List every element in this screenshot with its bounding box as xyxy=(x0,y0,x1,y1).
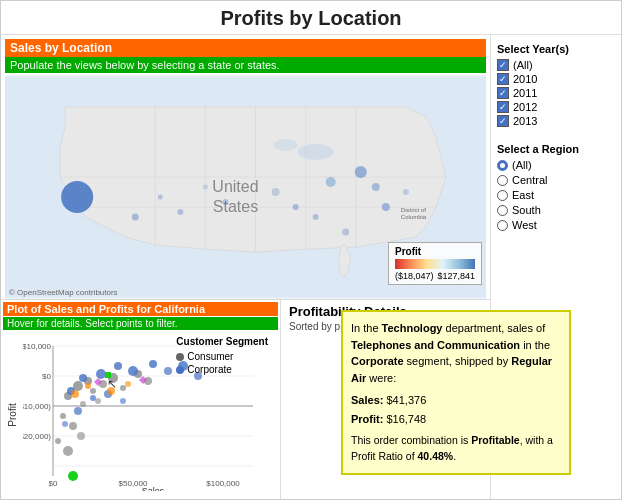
svg-text:$0: $0 xyxy=(49,479,58,488)
region-all-radio[interactable] xyxy=(497,160,508,171)
region-all[interactable]: (All) xyxy=(497,159,615,171)
svg-point-76 xyxy=(71,390,79,398)
year-2011-label: 2011 xyxy=(513,87,537,99)
region-east-radio[interactable] xyxy=(497,190,508,201)
svg-point-14 xyxy=(372,183,380,191)
svg-point-63 xyxy=(114,362,122,370)
svg-point-55 xyxy=(60,413,66,419)
region-south-radio[interactable] xyxy=(497,205,508,216)
segment-consumer: Consumer xyxy=(176,351,268,362)
region-south[interactable]: South xyxy=(497,204,615,216)
svg-point-73 xyxy=(62,421,68,427)
svg-point-15 xyxy=(326,177,336,187)
y-axis-label: Profit xyxy=(7,403,18,426)
profitability-panel: Profitability Details Sorted by profit, … xyxy=(281,300,490,499)
page-title: Profits by Location xyxy=(1,1,621,35)
year-selector: Select Year(s) ✓ (All) ✓ 2010 ✓ 2011 ✓ 2… xyxy=(497,43,615,129)
legend-max: $127,841 xyxy=(437,271,475,281)
legend-title: Profit xyxy=(395,246,475,257)
tooltip-profit-label: Profit: xyxy=(351,413,383,425)
svg-point-22 xyxy=(222,199,228,205)
svg-point-71 xyxy=(120,398,126,404)
year-2010[interactable]: ✓ 2010 xyxy=(497,73,615,85)
svg-text:District of: District of xyxy=(401,207,426,213)
svg-point-79 xyxy=(125,381,131,387)
svg-point-1 xyxy=(298,144,334,160)
corporate-label: Corporate xyxy=(187,364,231,375)
svg-point-26 xyxy=(132,214,139,221)
svg-point-69 xyxy=(90,395,96,401)
region-west-radio[interactable] xyxy=(497,220,508,231)
year-2011[interactable]: ✓ 2011 xyxy=(497,87,615,99)
year-2012[interactable]: ✓ 2012 xyxy=(497,101,615,113)
svg-point-18 xyxy=(313,214,319,220)
svg-point-59 xyxy=(55,438,61,444)
consumer-dot xyxy=(176,353,184,361)
svg-text:↖: ↖ xyxy=(107,377,117,391)
segment-legend: Customer Segment Consumer Corporate xyxy=(176,336,268,375)
region-east[interactable]: East xyxy=(497,189,615,201)
svg-point-66 xyxy=(164,367,172,375)
region-east-label: East xyxy=(512,189,534,201)
svg-point-53 xyxy=(80,401,86,407)
region-all-label: (All) xyxy=(512,159,532,171)
tooltip-sales-label: Sales: xyxy=(351,394,383,406)
svg-text:United: United xyxy=(212,177,258,195)
year-all[interactable]: ✓ (All) xyxy=(497,59,615,71)
svg-point-24 xyxy=(177,209,183,215)
svg-point-77 xyxy=(85,383,91,389)
scatter-panel: Plot of Sales and Profits for California… xyxy=(1,300,281,499)
year-2013[interactable]: ✓ 2013 xyxy=(497,115,615,127)
left-panel: Sales by Location Populate the views bel… xyxy=(1,35,491,499)
scatter-instruction: Hover for details. Select points to filt… xyxy=(3,317,278,330)
content-area: Sales by Location Populate the views bel… xyxy=(1,35,621,499)
tooltip-profitable: This order combination is Profitable, wi… xyxy=(351,433,561,465)
year-2010-checkbox[interactable]: ✓ xyxy=(497,73,509,85)
year-2013-checkbox[interactable]: ✓ xyxy=(497,115,509,127)
map-area[interactable]: United States xyxy=(5,75,486,299)
year-all-checkbox[interactable]: ✓ xyxy=(497,59,509,71)
tooltip-box: In the Technology department, sales of T… xyxy=(341,310,571,475)
svg-point-72 xyxy=(74,407,82,415)
tooltip-segment: Corporate xyxy=(351,355,404,367)
svg-point-61 xyxy=(79,374,87,382)
svg-point-17 xyxy=(272,188,280,196)
region-selector: Select a Region (All) Central East South xyxy=(497,143,615,234)
sales-location-header[interactable]: Sales by Location xyxy=(5,39,486,57)
svg-point-12 xyxy=(61,181,93,213)
year-2012-checkbox[interactable]: ✓ xyxy=(497,101,509,113)
svg-point-23 xyxy=(203,184,208,189)
svg-point-75 xyxy=(68,471,78,481)
svg-point-25 xyxy=(158,195,163,200)
tooltip-department: Technology xyxy=(382,322,443,334)
tooltip-product: Telephones and Communication xyxy=(351,339,520,351)
bottom-section: Plot of Sales and Profits for California… xyxy=(1,299,490,499)
svg-point-16 xyxy=(293,204,299,210)
svg-point-19 xyxy=(342,229,349,236)
segment-legend-title: Customer Segment xyxy=(176,336,268,347)
svg-point-64 xyxy=(128,366,138,376)
svg-text:($10,000): ($10,000) xyxy=(23,402,51,411)
svg-point-47 xyxy=(90,388,96,394)
year-2011-checkbox[interactable]: ✓ xyxy=(497,87,509,99)
legend-labels: ($18,047) $127,841 xyxy=(395,271,475,281)
scatter-chart-area[interactable]: Profit xyxy=(3,332,278,497)
scatter-title[interactable]: Plot of Sales and Profits for California xyxy=(3,302,278,316)
main-container: Profits by Location Sales by Location Po… xyxy=(0,0,622,500)
svg-text:$100,000: $100,000 xyxy=(206,479,240,488)
svg-point-56 xyxy=(69,422,77,430)
tooltip-profit: Profit: $16,748 xyxy=(351,411,561,428)
region-central-radio[interactable] xyxy=(497,175,508,186)
segment-corporate: Corporate xyxy=(176,364,268,375)
svg-text:Sales: Sales xyxy=(142,486,165,491)
year-2013-label: 2013 xyxy=(513,115,537,127)
osm-credit: © OpenStreetMap contributors xyxy=(9,288,118,297)
region-central[interactable]: Central xyxy=(497,174,615,186)
year-all-label: (All) xyxy=(513,59,533,71)
svg-point-57 xyxy=(77,432,85,440)
tooltip-profitable-word: Profitable xyxy=(471,434,519,446)
region-west[interactable]: West xyxy=(497,219,615,231)
svg-point-21 xyxy=(403,189,409,195)
tooltip-ratio: 40.48% xyxy=(418,450,454,462)
tooltip-sales: Sales: $41,376 xyxy=(351,392,561,409)
